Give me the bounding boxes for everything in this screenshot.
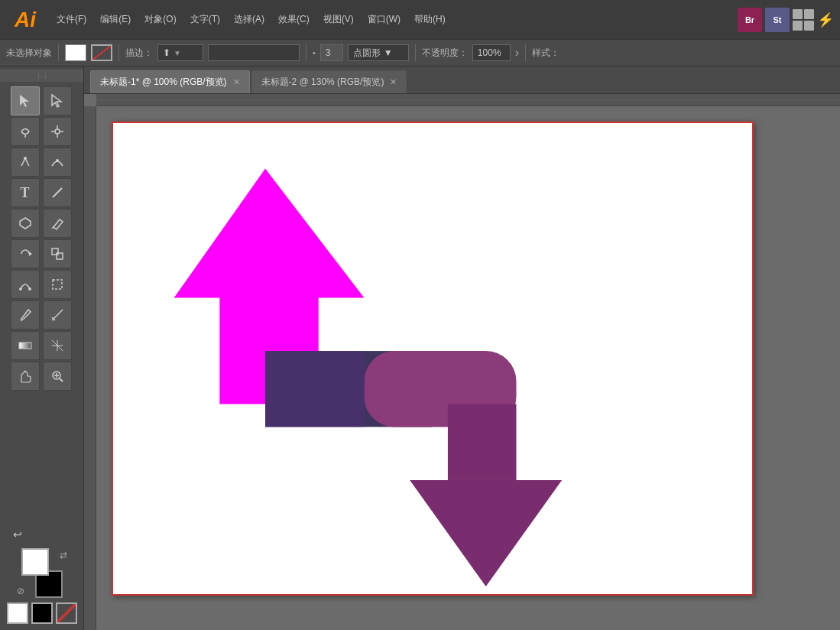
svg-rect-33 [448,404,517,480]
svg-marker-13 [29,252,32,256]
menu-text[interactable]: 文字(T) [184,10,226,29]
svg-rect-35 [265,351,364,427]
stroke-input[interactable] [208,44,300,61]
point-value[interactable]: 3 [320,44,343,61]
menubar: Ai 文件(F) 编辑(E) 对象(O) 文字(T) 选择(A) 效果(C) 视… [0,0,840,39]
toolbar-divider-5 [525,44,526,61]
tool-scale[interactable] [43,239,72,268]
tool-free-transform[interactable] [43,270,72,299]
document-tabs: 未标题-1* @ 100% (RGB/预览) ✕ 未标题-2 @ 130% (R… [84,67,840,94]
tab-2[interactable]: 未标题-2 @ 130% (RGB/预览) ✕ [251,70,407,93]
swap-colors-icon[interactable]: ⇄ [60,550,67,560]
svg-rect-18 [53,280,62,289]
svg-marker-0 [20,95,29,107]
tool-shape[interactable] [11,209,40,238]
foreground-color-swatch[interactable] [21,548,49,576]
tab-2-label: 未标题-2 @ 130% (RGB/预览) [261,76,384,89]
toolbar-divider-2 [118,44,119,61]
workspace-switcher-icon[interactable] [793,9,814,31]
tool-text[interactable]: T [11,178,40,207]
tab-1-label: 未标题-1* @ 100% (RGB/预览) [100,76,227,89]
down-arrow-shape [410,404,562,586]
point-dot: • [313,48,316,57]
tool-gradient[interactable] [11,331,40,360]
fill-swatch[interactable] [65,44,86,61]
shape-label: 点圆形 [353,47,381,60]
tool-hand[interactable] [11,362,40,391]
svg-line-10 [53,188,62,197]
white-swatch[interactable] [7,602,28,624]
menu-select[interactable]: 选择(A) [228,10,271,29]
shape-dropdown-arrow: ▼ [384,47,393,58]
svg-point-8 [24,157,27,160]
tool-measure[interactable] [43,300,72,330]
left-toolbar: ⋮⋮ T [0,67,84,630]
network-icon: ⚡ [817,11,834,28]
artboard[interactable] [112,122,754,596]
tool-pen[interactable] [11,148,40,177]
svg-point-17 [28,287,31,291]
shape-select[interactable]: 点圆形 ▼ [348,44,409,61]
blend-overlap [265,351,364,427]
no-selection-label: 未选择对象 [6,47,52,60]
stock-icon[interactable]: St [765,8,790,32]
vertical-ruler [84,106,96,630]
toolbar-divider-1 [58,44,59,61]
none-icon[interactable]: ⊘ [17,586,24,596]
svg-rect-21 [19,343,31,349]
menu-effect[interactable]: 效果(C) [272,10,316,29]
tool-lasso[interactable] [11,117,40,146]
stroke-label: 描边： [125,47,153,60]
none-swatch[interactable] [56,602,77,624]
tab-2-close[interactable]: ✕ [390,77,397,87]
tab-1-close[interactable]: ✕ [233,77,240,87]
menu-file[interactable]: 文件(F) [50,10,92,29]
tool-rotate[interactable] [11,239,40,268]
svg-point-9 [56,159,59,162]
tool-line[interactable] [43,178,72,207]
canvas-content[interactable] [84,94,840,630]
toolbar: 未选择对象 描边： ⬆ ▼ • 3 点圆形 ▼ 不透明度： 100% › 样式： [0,39,840,67]
black-swatch[interactable] [31,602,53,624]
svg-marker-11 [20,218,31,229]
stroke-swatch[interactable] [91,44,112,61]
ai-logo: Ai [6,0,44,39]
svg-point-16 [19,287,22,291]
opacity-expand[interactable]: › [515,46,519,60]
tool-eyedropper[interactable] [11,300,40,330]
stroke-dropdown[interactable]: ⬆ ▼ [157,44,203,61]
quick-color-row [7,602,77,624]
opacity-label: 不透明度： [422,47,468,60]
tool-grid: T [9,85,75,392]
tab-1[interactable]: 未标题-1* @ 100% (RGB/预览) ✕ [90,70,250,93]
style-label: 样式： [532,47,559,60]
svg-marker-34 [410,480,562,586]
tool-magic-wand[interactable] [43,117,72,146]
bridge-icon[interactable]: Br [738,8,762,32]
toolbar-divider-4 [415,44,416,61]
svg-rect-15 [57,253,63,259]
menu-view[interactable]: 视图(V) [317,10,360,29]
tool-direct-select[interactable] [43,86,72,115]
tool-reshape[interactable] [11,270,40,299]
toolbar-divider-3 [306,44,306,61]
menu-edit[interactable]: 编辑(E) [94,10,137,29]
ruler-corner: ⋮⋮ [0,70,83,82]
svg-point-7 [55,129,60,134]
stroke-dropdown-arrow: ▼ [174,49,181,57]
svg-rect-14 [52,248,58,255]
opacity-value[interactable]: 100% [472,44,511,61]
menu-object[interactable]: 对象(O) [138,10,182,29]
menu-window[interactable]: 窗口(W) [362,10,407,29]
svg-line-12 [52,227,54,229]
artwork-svg [113,123,752,594]
undo-button[interactable]: ↩ [13,528,22,541]
svg-line-26 [60,378,63,382]
tool-pencil[interactable] [43,209,72,238]
tool-curvature[interactable] [43,148,72,177]
svg-marker-1 [52,95,61,107]
menu-help[interactable]: 帮助(H) [408,10,452,29]
tool-select[interactable] [11,86,40,115]
tool-mesh[interactable] [43,331,72,360]
tool-zoom[interactable] [43,362,72,391]
